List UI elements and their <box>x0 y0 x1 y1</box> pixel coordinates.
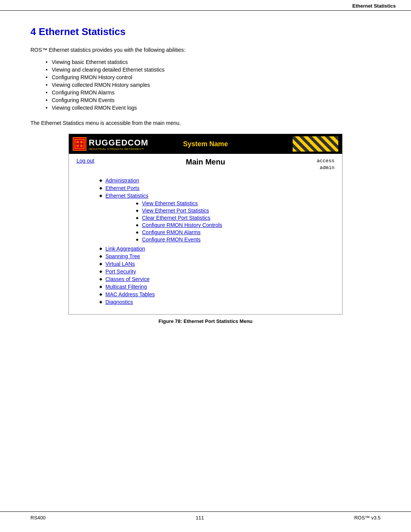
system-name: System Name <box>183 140 228 148</box>
submenu-item-clear-port: Clear Ethernet Port Statistics <box>136 215 335 221</box>
submenu-item-configure-rmon-alarms: Configure RMON Alarms <box>136 229 335 235</box>
port-security-link[interactable]: Port Security <box>105 268 136 275</box>
accessible-text: The Ethernet Statistics menu is accessib… <box>30 120 381 126</box>
main-menu-title: Main Menu <box>94 158 317 166</box>
svg-rect-3 <box>76 145 79 147</box>
footer-left: RS400 <box>30 515 46 521</box>
view-ethernet-port-statistics-link[interactable]: View Ethernet Port Statistics <box>142 208 209 214</box>
administration-link[interactable]: Administration <box>105 177 139 184</box>
list-item: Viewing and clearing detailed Ethernet s… <box>46 67 381 73</box>
lower-menu-list: Link Aggregation Spanning Tree Virtual L… <box>99 246 335 305</box>
submenu-item-view-ethernet: View Ethernet Statistics <box>136 200 335 206</box>
ruggedcom-logo: RUGGEDCOM INDUSTRIAL STRENGTH NETWORKS™ <box>73 137 148 151</box>
menu-area: Log out Main Menu access admin Administr… <box>69 154 342 314</box>
configure-rmon-events-link[interactable]: Configure RMON Events <box>142 236 201 243</box>
figure-caption: Figure 78: Ethernet Port Statistics Menu <box>30 318 381 324</box>
ethernet-ports-link[interactable]: Ethernet Ports <box>105 185 140 191</box>
ethernet-statistics-link[interactable]: Ethernet Statistics <box>105 193 148 199</box>
menu-item-administration: Administration <box>99 177 335 184</box>
main-menu-list: Administration Ethernet Ports Ethernet S… <box>99 177 335 243</box>
menu-item-port-security: Port Security <box>99 268 335 275</box>
features-list: Viewing basic Ethernet statistics Viewin… <box>46 59 381 111</box>
menu-item-classes-of-service: Classes of Service <box>99 276 335 282</box>
ruggedcom-header: RUGGEDCOM INDUSTRIAL STRENGTH NETWORKS™ … <box>69 134 342 154</box>
svg-rect-1 <box>76 141 79 143</box>
logo-main: RUGGEDCOM <box>89 138 148 148</box>
access-info: access admin <box>317 158 335 171</box>
chapter-heading: 4 Ethernet Statistics <box>30 26 381 38</box>
screenshot-box: RUGGEDCOM INDUSTRIAL STRENGTH NETWORKS™ … <box>68 134 342 315</box>
logo-icon <box>73 137 86 151</box>
view-ethernet-statistics-link[interactable]: View Ethernet Statistics <box>142 200 198 206</box>
menu-item-mac-address-tables: MAC Address Tables <box>99 291 335 297</box>
intro-paragraph: ROS™ Ethernet statistics provides you wi… <box>30 47 381 53</box>
svg-rect-4 <box>80 145 83 147</box>
main-content: 4 Ethernet Statistics ROS™ Ethernet stat… <box>0 11 411 362</box>
footer-right: ROS™ v3.5 <box>354 515 381 521</box>
logo-sub: INDUSTRIAL STRENGTH NETWORKS™ <box>89 148 148 150</box>
header-title: Ethernet Statistics <box>352 3 396 9</box>
menu-item-multicast-filtering: Multicast Filtering <box>99 284 335 290</box>
menu-top-row: Log out Main Menu access admin <box>76 158 335 171</box>
menu-item-ethernet-ports: Ethernet Ports <box>99 185 335 191</box>
footer-center: 111 <box>196 515 204 521</box>
menu-item-diagnostics: Diagnostics <box>99 299 335 305</box>
svg-rect-2 <box>80 141 83 143</box>
multicast-filtering-link[interactable]: Multicast Filtering <box>105 284 147 290</box>
logout-link[interactable]: Log out <box>76 158 94 164</box>
list-item: Configuring RMON History control <box>46 74 381 80</box>
list-item: Configuring RMON Events <box>46 97 381 103</box>
menu-item-link-aggregation: Link Aggregation <box>99 246 335 252</box>
ethernet-statistics-submenu: View Ethernet Statistics View Ethernet P… <box>136 200 335 243</box>
list-item: Viewing collected RMON History samples <box>46 82 381 88</box>
menu-item-ethernet-statistics: Ethernet Statistics View Ethernet Statis… <box>99 193 335 243</box>
diagnostics-link[interactable]: Diagnostics <box>105 299 133 305</box>
header-stripes <box>293 136 338 152</box>
logo-text: RUGGEDCOM INDUSTRIAL STRENGTH NETWORKS™ <box>89 138 148 150</box>
page-header: Ethernet Statistics <box>0 0 411 11</box>
submenu-item-configure-rmon-events: Configure RMON Events <box>136 236 335 243</box>
configure-rmon-history-link[interactable]: Configure RMON History Controls <box>142 222 222 228</box>
spanning-tree-link[interactable]: Spanning Tree <box>105 253 140 259</box>
submenu-item-configure-rmon-history: Configure RMON History Controls <box>136 222 335 228</box>
svg-rect-0 <box>75 139 84 149</box>
classes-of-service-link[interactable]: Classes of Service <box>105 276 150 282</box>
submenu-item-view-port: View Ethernet Port Statistics <box>136 208 335 214</box>
list-item: Configuring RMON Alarms <box>46 89 381 96</box>
configure-rmon-alarms-link[interactable]: Configure RMON Alarms <box>142 229 201 235</box>
link-aggregation-link[interactable]: Link Aggregation <box>105 246 145 252</box>
menu-item-virtual-lans: Virtual LANs <box>99 261 335 267</box>
virtual-lans-link[interactable]: Virtual LANs <box>105 261 135 267</box>
page-footer: RS400 111 ROS™ v3.5 <box>0 511 411 521</box>
list-item: Viewing basic Ethernet statistics <box>46 59 381 65</box>
mac-address-tables-link[interactable]: MAC Address Tables <box>105 291 155 297</box>
clear-ethernet-port-statistics-link[interactable]: Clear Ethernet Port Statistics <box>142 215 210 221</box>
menu-item-spanning-tree: Spanning Tree <box>99 253 335 259</box>
list-item: Viewing collected RMON Event logs <box>46 105 381 111</box>
